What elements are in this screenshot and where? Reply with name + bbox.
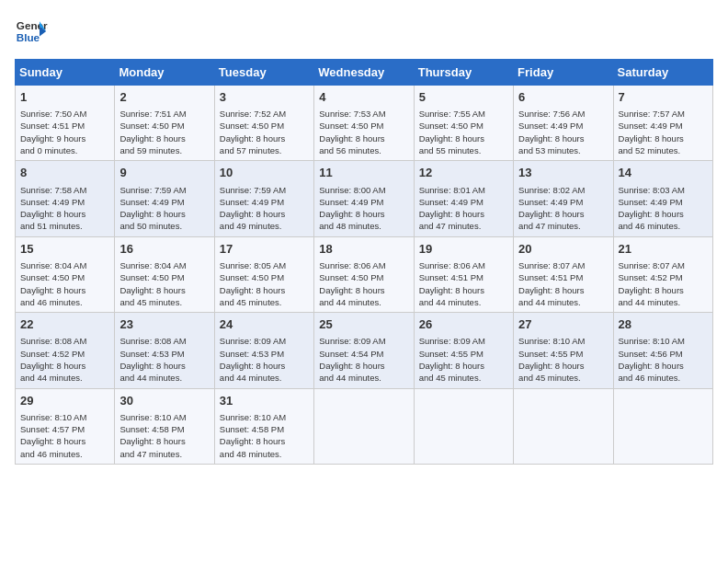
day-number: 16 (119, 241, 209, 258)
day-cell: 26Sunrise: 8:09 AM Sunset: 4:55 PM Dayli… (414, 313, 513, 388)
col-header-friday: Friday (514, 60, 613, 86)
day-number: 24 (220, 316, 309, 333)
day-info: Sunrise: 8:05 AM Sunset: 4:50 PM Dayligh… (220, 259, 309, 308)
day-number: 18 (319, 241, 408, 258)
col-header-tuesday: Tuesday (214, 60, 313, 86)
day-number: 17 (220, 241, 309, 258)
day-number: 15 (20, 241, 109, 258)
day-number: 20 (518, 241, 608, 258)
col-header-monday: Monday (115, 60, 214, 86)
day-cell (414, 388, 513, 464)
calendar-header-row: SundayMondayTuesdayWednesdayThursdayFrid… (16, 60, 713, 86)
day-number: 25 (319, 316, 408, 333)
day-number: 27 (518, 316, 608, 333)
day-number: 7 (619, 89, 708, 106)
week-row-1: 1Sunrise: 7:50 AM Sunset: 4:51 PM Daylig… (16, 86, 713, 161)
day-number: 23 (119, 316, 209, 333)
day-number: 4 (319, 89, 408, 106)
day-number: 5 (419, 89, 508, 106)
day-info: Sunrise: 8:01 AM Sunset: 4:49 PM Dayligh… (419, 184, 508, 233)
logo-icon: General Blue (15, 15, 48, 48)
day-info: Sunrise: 8:08 AM Sunset: 4:53 PM Dayligh… (119, 335, 209, 384)
day-info: Sunrise: 8:03 AM Sunset: 4:49 PM Dayligh… (619, 184, 708, 233)
page-header: General Blue (15, 15, 713, 48)
day-number: 10 (220, 165, 309, 181)
day-info: Sunrise: 7:59 AM Sunset: 4:49 PM Dayligh… (119, 184, 209, 233)
day-info: Sunrise: 7:58 AM Sunset: 4:49 PM Dayligh… (20, 184, 109, 233)
day-info: Sunrise: 7:57 AM Sunset: 4:49 PM Dayligh… (619, 108, 708, 156)
day-number: 30 (119, 393, 209, 409)
day-cell: 24Sunrise: 8:09 AM Sunset: 4:53 PM Dayli… (214, 313, 313, 388)
day-number: 11 (319, 165, 408, 181)
day-info: Sunrise: 8:10 AM Sunset: 4:57 PM Dayligh… (20, 411, 109, 460)
day-cell: 2Sunrise: 7:51 AM Sunset: 4:50 PM Daylig… (115, 86, 214, 161)
day-cell: 31Sunrise: 8:10 AM Sunset: 4:58 PM Dayli… (214, 388, 313, 464)
day-number: 1 (20, 89, 109, 106)
day-cell (314, 388, 414, 464)
day-info: Sunrise: 8:02 AM Sunset: 4:49 PM Dayligh… (518, 184, 608, 233)
day-cell (514, 388, 613, 464)
day-info: Sunrise: 8:00 AM Sunset: 4:49 PM Dayligh… (319, 184, 408, 233)
day-number: 12 (419, 165, 508, 181)
day-info: Sunrise: 8:09 AM Sunset: 4:53 PM Dayligh… (220, 335, 309, 384)
day-cell: 16Sunrise: 8:04 AM Sunset: 4:50 PM Dayli… (115, 236, 214, 312)
day-cell: 12Sunrise: 8:01 AM Sunset: 4:49 PM Dayli… (414, 161, 513, 236)
day-cell: 17Sunrise: 8:05 AM Sunset: 4:50 PM Dayli… (214, 236, 313, 312)
day-cell: 9Sunrise: 7:59 AM Sunset: 4:49 PM Daylig… (115, 161, 214, 236)
week-row-5: 29Sunrise: 8:10 AM Sunset: 4:57 PM Dayli… (16, 388, 713, 464)
day-info: Sunrise: 8:06 AM Sunset: 4:50 PM Dayligh… (319, 259, 408, 308)
day-cell: 19Sunrise: 8:06 AM Sunset: 4:51 PM Dayli… (414, 236, 513, 312)
week-row-3: 15Sunrise: 8:04 AM Sunset: 4:50 PM Dayli… (16, 236, 713, 312)
day-info: Sunrise: 8:09 AM Sunset: 4:55 PM Dayligh… (419, 335, 508, 384)
day-info: Sunrise: 8:07 AM Sunset: 4:52 PM Dayligh… (619, 259, 708, 308)
calendar-table: SundayMondayTuesdayWednesdayThursdayFrid… (15, 59, 713, 465)
col-header-sunday: Sunday (16, 60, 115, 86)
logo: General Blue (15, 15, 48, 48)
day-number: 6 (518, 89, 608, 106)
day-cell: 30Sunrise: 8:10 AM Sunset: 4:58 PM Dayli… (115, 388, 214, 464)
col-header-saturday: Saturday (613, 60, 712, 86)
day-cell: 22Sunrise: 8:08 AM Sunset: 4:52 PM Dayli… (16, 313, 115, 388)
day-info: Sunrise: 8:09 AM Sunset: 4:54 PM Dayligh… (319, 335, 408, 384)
day-cell: 14Sunrise: 8:03 AM Sunset: 4:49 PM Dayli… (613, 161, 712, 236)
day-cell: 27Sunrise: 8:10 AM Sunset: 4:55 PM Dayli… (514, 313, 613, 388)
day-number: 26 (419, 316, 508, 333)
day-info: Sunrise: 8:10 AM Sunset: 4:56 PM Dayligh… (619, 335, 708, 384)
day-info: Sunrise: 8:10 AM Sunset: 4:58 PM Dayligh… (119, 411, 209, 460)
day-cell: 21Sunrise: 8:07 AM Sunset: 4:52 PM Dayli… (613, 236, 712, 312)
day-info: Sunrise: 8:10 AM Sunset: 4:58 PM Dayligh… (220, 411, 309, 460)
day-cell: 25Sunrise: 8:09 AM Sunset: 4:54 PM Dayli… (314, 313, 414, 388)
col-header-thursday: Thursday (414, 60, 513, 86)
day-info: Sunrise: 7:56 AM Sunset: 4:49 PM Dayligh… (518, 108, 608, 156)
day-info: Sunrise: 7:53 AM Sunset: 4:50 PM Dayligh… (319, 108, 408, 156)
col-header-wednesday: Wednesday (314, 60, 414, 86)
day-info: Sunrise: 7:50 AM Sunset: 4:51 PM Dayligh… (20, 108, 109, 156)
day-cell: 15Sunrise: 8:04 AM Sunset: 4:50 PM Dayli… (16, 236, 115, 312)
day-info: Sunrise: 7:51 AM Sunset: 4:50 PM Dayligh… (119, 108, 209, 156)
day-cell: 23Sunrise: 8:08 AM Sunset: 4:53 PM Dayli… (115, 313, 214, 388)
day-number: 2 (119, 89, 209, 106)
day-number: 14 (619, 165, 708, 181)
day-number: 13 (518, 165, 608, 181)
day-cell: 28Sunrise: 8:10 AM Sunset: 4:56 PM Dayli… (613, 313, 712, 388)
day-cell: 1Sunrise: 7:50 AM Sunset: 4:51 PM Daylig… (16, 86, 115, 161)
week-row-2: 8Sunrise: 7:58 AM Sunset: 4:49 PM Daylig… (16, 161, 713, 236)
day-info: Sunrise: 8:07 AM Sunset: 4:51 PM Dayligh… (518, 259, 608, 308)
day-info: Sunrise: 7:59 AM Sunset: 4:49 PM Dayligh… (220, 184, 309, 233)
day-cell: 20Sunrise: 8:07 AM Sunset: 4:51 PM Dayli… (514, 236, 613, 312)
day-cell: 18Sunrise: 8:06 AM Sunset: 4:50 PM Dayli… (314, 236, 414, 312)
day-info: Sunrise: 7:52 AM Sunset: 4:50 PM Dayligh… (220, 108, 309, 156)
day-cell: 3Sunrise: 7:52 AM Sunset: 4:50 PM Daylig… (214, 86, 313, 161)
day-number: 3 (220, 89, 309, 106)
day-cell: 13Sunrise: 8:02 AM Sunset: 4:49 PM Dayli… (514, 161, 613, 236)
day-info: Sunrise: 8:06 AM Sunset: 4:51 PM Dayligh… (419, 259, 508, 308)
day-cell: 4Sunrise: 7:53 AM Sunset: 4:50 PM Daylig… (314, 86, 414, 161)
day-number: 9 (119, 165, 209, 181)
day-number: 8 (20, 165, 109, 181)
day-number: 22 (20, 316, 109, 333)
day-info: Sunrise: 7:55 AM Sunset: 4:50 PM Dayligh… (419, 108, 508, 156)
day-cell: 11Sunrise: 8:00 AM Sunset: 4:49 PM Dayli… (314, 161, 414, 236)
day-cell: 10Sunrise: 7:59 AM Sunset: 4:49 PM Dayli… (214, 161, 313, 236)
day-info: Sunrise: 8:10 AM Sunset: 4:55 PM Dayligh… (518, 335, 608, 384)
day-cell: 5Sunrise: 7:55 AM Sunset: 4:50 PM Daylig… (414, 86, 513, 161)
